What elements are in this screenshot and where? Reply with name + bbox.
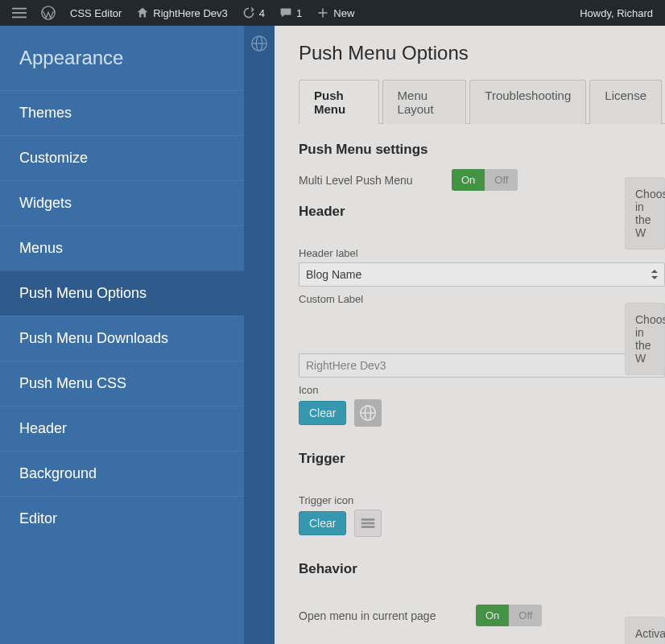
clear-trigger-button[interactable]: Clear [299,511,346,535]
sidebar-item-header[interactable]: Header [0,406,244,451]
css-editor-link[interactable]: CSS Editor [64,0,127,26]
toggle-off-2[interactable]: Off [509,605,542,626]
toggle-on-2[interactable]: On [476,605,509,626]
globe-icon[interactable] [248,32,271,55]
toggle-on[interactable]: On [452,169,485,191]
narrow-strip [244,26,275,644]
section-trigger-title: Trigger [299,451,665,467]
sidebar-item-editor[interactable]: Editor [0,496,244,541]
svg-rect-1 [12,12,27,14]
info-box-2: Choose in the W [625,303,665,375]
info-box-3: Activat current [625,617,665,644]
new-link[interactable]: New [311,0,360,26]
sidebar-item-push-menu-options[interactable]: Push Menu Options [0,270,244,316]
custom-label-value: RightHere Dev3 [306,359,386,372]
tab-push-menu[interactable]: Push Menu [299,80,379,124]
custom-label-field: Custom Label [299,293,665,305]
account-link[interactable]: Howdy, Richard [574,0,659,26]
site-name: RightHere Dev3 [153,7,228,19]
tab-troubleshooting[interactable]: Troubleshooting [469,80,586,124]
sidebar-item-background[interactable]: Background [0,451,244,496]
header-label-select[interactable]: Blog Name [299,262,665,287]
multi-level-label: Multi Level Push Menu [299,174,436,187]
svg-rect-5 [319,12,328,14]
updates-link[interactable]: 4 [237,0,271,26]
sidebar-item-themes[interactable]: Themes [0,90,244,135]
section-settings-title: Push Menu settings [299,142,665,158]
open-in-current-toggle[interactable]: On Off [476,605,542,626]
svg-rect-0 [12,8,27,10]
section-behavior-title: Behavior [299,561,665,577]
admin-bar: CSS Editor RightHere Dev3 4 1 New Howdy,… [0,0,665,26]
sidebar: Appearance Themes Customize Widgets Menu… [0,26,244,644]
sidebar-item-widgets[interactable]: Widgets [0,180,244,225]
tab-menu-layout[interactable]: Menu Layout [382,80,467,124]
howdy-text: Howdy, Richard [580,7,653,19]
comments-count: 1 [296,7,302,19]
page-title: Push Menu Options [299,42,665,64]
sidebar-item-push-menu-css[interactable]: Push Menu CSS [0,361,244,406]
wp-logo-icon[interactable] [35,0,61,26]
section-header-title: Header [299,204,665,220]
icon-preview-bars[interactable] [354,510,382,537]
site-link[interactable]: RightHere Dev3 [130,0,233,26]
new-label: New [333,7,354,19]
multi-level-toggle[interactable]: On Off [452,169,518,191]
svg-rect-2 [12,17,27,19]
updates-count: 4 [259,7,265,19]
header-label-value: Blog Name [306,268,361,281]
custom-label-input[interactable]: RightHere Dev3 [299,353,665,378]
sidebar-heading: Appearance [0,26,244,90]
tab-license[interactable]: License [589,80,662,124]
icon-label: Icon [299,384,665,396]
sidebar-item-menus[interactable]: Menus [0,225,244,270]
trigger-icon-label: Trigger icon [299,494,665,506]
open-in-current-label: Open menu in current page [299,609,460,622]
header-label-field: Header label [299,247,665,259]
info-box-1: Choose in the W [625,177,665,250]
tabs: Push Menu Menu Layout Troubleshooting Li… [299,79,665,124]
menu-icon[interactable] [6,0,32,26]
sidebar-item-push-menu-downloads[interactable]: Push Menu Downloads [0,316,244,361]
icon-preview-globe[interactable] [354,399,382,427]
sidebar-item-customize[interactable]: Customize [0,135,244,180]
toggle-off[interactable]: Off [485,169,518,191]
main-content: Push Menu Options Push Menu Menu Layout … [275,26,665,644]
clear-icon-button[interactable]: Clear [299,401,346,425]
comments-link[interactable]: 1 [274,0,308,26]
